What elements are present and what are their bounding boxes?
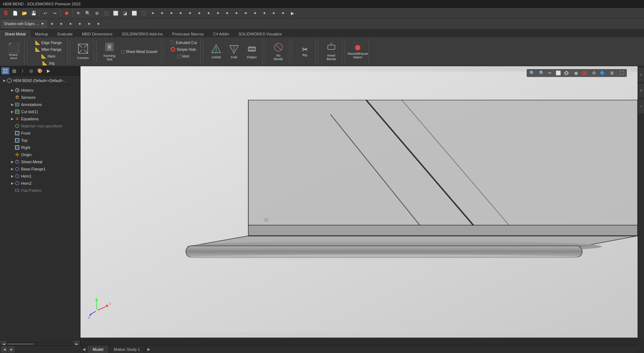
tb-rebuild[interactable]: ⬟ [62, 9, 71, 18]
tb-view4[interactable]: ⬚ [102, 9, 111, 18]
solidworks-logo[interactable]: S [1, 9, 10, 18]
jog-button[interactable]: 📐 Jog [41, 60, 56, 66]
vp-view-btn1[interactable]: ⬜ [555, 70, 562, 76]
tb-view5[interactable]: ⬜ [111, 9, 120, 18]
tree-history[interactable]: ▶ History [0, 87, 80, 94]
tb-redo[interactable]: ↪ [50, 9, 59, 18]
vp-zoom-in[interactable]: 🔍 [528, 70, 536, 76]
tab-sheet-metal[interactable]: Sheet Metal [0, 30, 30, 37]
tree-cut-list[interactable]: ▶ Cut list(1) [0, 108, 80, 115]
tree-equations[interactable]: ▶ = Equations [0, 115, 80, 122]
record-pause-macro-button[interactable]: ⏺ Record\PauseMacro [349, 42, 366, 62]
tb-view24[interactable]: ▶ [288, 9, 297, 18]
tb2-btn6[interactable]: ✦ [94, 20, 103, 28]
tb-view18[interactable]: ✦ [232, 9, 241, 18]
tab-evaluate[interactable]: Evaluate [53, 30, 77, 37]
tree-sheet-metal[interactable]: ▶ Sheet-Metal [0, 158, 80, 165]
tb-view9[interactable]: ✦ [148, 9, 157, 18]
tb-view8[interactable]: ⬛ [139, 9, 148, 18]
tb-new[interactable]: 📄 [11, 9, 19, 18]
tb-view7[interactable]: ⬜ [130, 9, 138, 18]
vp-lighting-btn[interactable]: 🔷 [599, 70, 606, 76]
tb2-btn2[interactable]: ✦ [57, 20, 65, 28]
vp-sketch-btn[interactable]: ✏ [546, 70, 553, 76]
no-bends-button[interactable]: NoBends [270, 42, 287, 62]
tb-view12[interactable]: ✦ [176, 9, 185, 18]
tab-model[interactable]: Model [88, 345, 109, 353]
tb-open[interactable]: 📂 [20, 9, 29, 18]
tab-solidworks-addins[interactable]: SOLIDWORKS Add-Ins [117, 30, 167, 37]
tb-view2[interactable]: 🔍 [83, 9, 92, 18]
tab-motion-study-1[interactable]: Motion Study 1 [109, 345, 145, 353]
tb-view13[interactable]: ✦ [186, 9, 194, 18]
tree-base-flange1[interactable]: ▶ Base-Flange1 [0, 165, 80, 173]
vp-view-btn2[interactable] [563, 70, 570, 76]
tab-solidworks-visualize[interactable]: SOLIDWORKS Visualize [234, 30, 286, 37]
tab-mbd[interactable]: MBD Dimensions [77, 30, 117, 37]
tree-front[interactable]: ▶ Front [0, 130, 80, 137]
forming-tool-button[interactable]: FormingTool [101, 42, 118, 62]
tb-view23[interactable]: ✦ [279, 9, 287, 18]
tb-save[interactable]: 💾 [29, 9, 38, 18]
tb2-btn5[interactable]: ✦ [85, 20, 93, 28]
left-scroll-right-btn[interactable]: ▶ [9, 347, 14, 352]
tree-root-item[interactable]: ▶ HEM BEND (Default<<Default>_PhotoW [1, 77, 79, 84]
scroll-left-btn[interactable]: ◀ [80, 345, 88, 353]
tree-top[interactable]: ▶ Top [0, 137, 80, 144]
tree-sensors[interactable]: ▶ Sensors [0, 94, 80, 101]
dim-xpert-icon-btn[interactable]: ◎ [27, 67, 35, 74]
tb2-btn3[interactable]: ✦ [66, 20, 75, 28]
viewport[interactable]: 🔍 🔎 ✏ ⬜ ◉ ⚙ 🔷 🖥 [80, 66, 638, 338]
tree-flat-pattern[interactable]: ▶ Flat-Pattern [0, 187, 80, 194]
tb-view10[interactable]: ✦ [158, 9, 166, 18]
unfold-button[interactable]: Unfold [208, 42, 225, 62]
tb-view19[interactable]: ✦ [241, 9, 250, 18]
miter-flange-button[interactable]: 📐 Miter Flange [34, 46, 63, 53]
tb-view15[interactable]: ✦ [204, 9, 213, 18]
corners-button[interactable]: Corners [74, 42, 92, 62]
tb-view17[interactable]: ✦ [223, 9, 231, 18]
vp-render-btn1[interactable]: ◉ [572, 70, 580, 76]
flatten-button[interactable]: Flatten [243, 42, 260, 62]
tree-hem2[interactable]: ▶ Hem2 [0, 180, 80, 187]
vp-settings-btn[interactable]: ⚙ [590, 70, 597, 76]
right-btn-3[interactable]: T [638, 99, 644, 113]
insert-bends-button[interactable]: InsertBends [323, 42, 340, 62]
tab-protocase[interactable]: Protocase Macros [167, 30, 209, 37]
vent-button[interactable]: ⬚ Vent [176, 53, 191, 59]
config-mgr-icon-btn[interactable]: ↕ [19, 67, 26, 74]
vp-monitor-btn[interactable]: 🖥 [608, 70, 615, 76]
tree-right[interactable]: ▶ Right [0, 144, 80, 151]
panel-arrow-btn[interactable]: ▶ [44, 67, 52, 74]
vp-render-btn2[interactable] [581, 70, 588, 76]
fold-button[interactable]: Fold [225, 42, 243, 62]
tab-cs-addin[interactable]: C# Addin [209, 30, 234, 37]
tb2-btn1[interactable]: ✦ [48, 20, 56, 28]
scroll-right-btn[interactable]: ▶ [145, 345, 152, 353]
vp-fullscreen-btn[interactable]: ⛶ [618, 70, 625, 76]
tb-view1[interactable]: 👁 [74, 9, 83, 18]
property-mgr-icon-btn[interactable]: ▤ [10, 67, 18, 74]
right-btn-2[interactable]: R [638, 83, 644, 98]
tb-view11[interactable]: ✦ [167, 9, 176, 18]
tb-view16[interactable]: ✦ [214, 9, 222, 18]
feature-tree-icon-btn[interactable] [1, 67, 9, 74]
tb-view21[interactable]: ✦ [260, 9, 269, 18]
tb-view3[interactable]: ⊕ [93, 9, 101, 18]
sheet-metal-gusset-button[interactable]: ⬚ Sheet Metal Gusset [119, 48, 159, 55]
edge-flange-button[interactable]: 📐 Edge Flange [34, 39, 63, 46]
tree-hem1[interactable]: ▶ Hem1 [0, 173, 80, 180]
left-scroll-left-btn[interactable]: ◀ [1, 347, 7, 352]
rip-button[interactable]: ✂ Rip [296, 42, 313, 62]
simple-hole-button[interactable]: ⭕ Simple Hole [169, 46, 197, 53]
tb-undo[interactable]: ↩ [41, 9, 50, 18]
tb-view20[interactable]: ✦ [251, 9, 259, 18]
tree-material[interactable]: ▶ Material <not specified> [0, 122, 80, 130]
tree-annotations[interactable]: ▶ Annotations [0, 101, 80, 108]
extruded-cut-button[interactable]: ⬛ Extruded Cut [168, 39, 198, 46]
tree-origin[interactable]: ▶ ✛ Origin [0, 151, 80, 158]
right-btn-1[interactable]: A [638, 68, 644, 82]
tb-view22[interactable]: ✦ [269, 9, 278, 18]
vp-zoom-out[interactable]: 🔎 [537, 70, 544, 76]
tb2-btn4[interactable]: ✦ [75, 20, 84, 28]
